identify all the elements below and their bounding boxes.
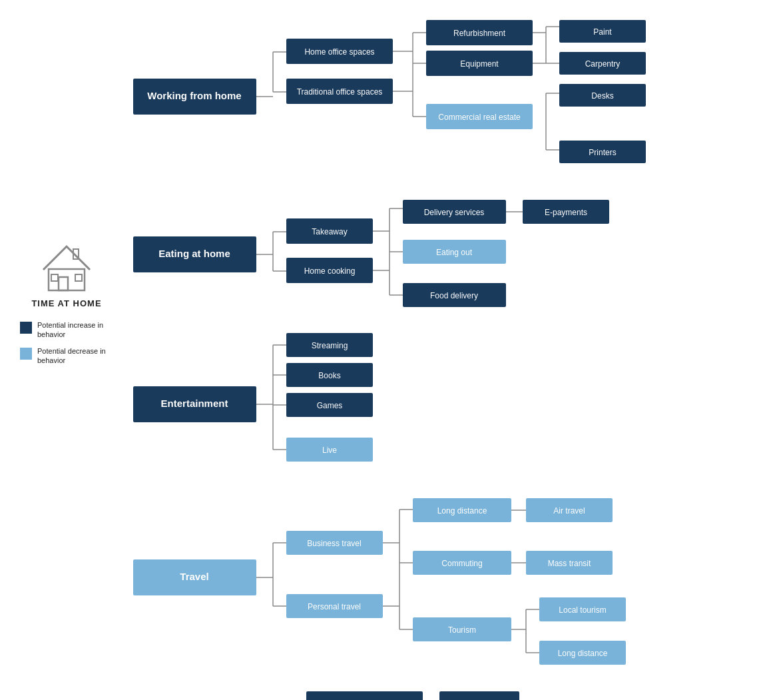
legend-decrease: Potential decrease in behavior [20,346,113,366]
svg-text:Food delivery: Food delivery [430,291,478,300]
svg-text:Carpentry: Carpentry [585,59,621,69]
section-eating: Eating at home Takeaway Home cooking [127,200,759,313]
left-panel: TIME AT HOME Potential increase in behav… [7,13,127,700]
tree-area: Working from home Home office spaces Tra… [127,13,766,700]
svg-text:Delivery services: Delivery services [424,208,485,217]
legend-increase: Potential increase in behavior [20,320,113,340]
svg-text:Air travel: Air travel [553,506,585,516]
svg-text:Eating out: Eating out [436,248,473,257]
svg-text:Refurbishment: Refurbishment [453,29,506,38]
eating-svg: Eating at home Takeaway Home cooking [127,200,759,313]
svg-text:Eating at home: Eating at home [158,248,230,259]
section-working: Working from home Home office spaces Tra… [127,20,759,180]
legend-decrease-label: Potential decrease in behavior [37,346,113,366]
legend-increase-label: Potential increase in behavior [37,320,113,340]
svg-rect-2 [51,274,58,281]
svg-text:Commercial real estate: Commercial real estate [438,113,521,122]
panel-title: TIME AT HOME [31,298,101,308]
svg-text:Traditional office spaces: Traditional office spaces [297,87,383,97]
digital-svg: Digital coordination Collaboration platf… [127,686,759,700]
section-travel: Travel Business travel Personal travel [127,493,759,666]
legend-dark-box [20,322,32,334]
svg-rect-0 [49,269,85,290]
svg-text:Streaming: Streaming [312,341,348,350]
svg-text:Commuting: Commuting [441,559,482,568]
svg-text:Personal travel: Personal travel [308,602,361,611]
svg-text:Home office spaces: Home office spaces [304,47,374,57]
travel-svg: Travel Business travel Personal travel [127,493,759,666]
svg-text:Desks: Desks [591,91,613,101]
svg-text:Working from home: Working from home [147,90,241,101]
entertainment-svg: Entertainment Streaming Books Games Live [127,333,759,473]
svg-text:Printers: Printers [589,148,616,157]
working-svg: Working from home Home office spaces Tra… [127,20,759,180]
svg-rect-3 [75,274,82,281]
svg-text:Long distance: Long distance [558,649,608,658]
svg-text:Equipment: Equipment [460,59,499,69]
svg-text:Games: Games [317,401,343,410]
svg-text:Travel: Travel [180,571,208,582]
svg-text:Entertainment: Entertainment [161,398,228,409]
section-entertainment: Entertainment Streaming Books Games Live [127,333,759,473]
svg-text:E-payments: E-payments [545,208,587,217]
svg-text:Home cooking: Home cooking [304,266,356,276]
legend-light-box [20,348,32,360]
svg-rect-1 [59,277,68,290]
svg-text:Local tourism: Local tourism [559,605,606,615]
house-icon [37,240,97,293]
svg-text:Books: Books [318,371,340,380]
svg-text:Paint: Paint [593,27,612,37]
svg-text:Business travel: Business travel [307,539,361,548]
svg-text:Mass transit: Mass transit [548,559,591,568]
svg-text:Tourism: Tourism [448,625,476,635]
svg-text:Takeaway: Takeaway [312,227,347,236]
svg-text:Live: Live [322,446,337,455]
section-digital: Digital coordination Collaboration platf… [127,686,759,700]
svg-text:Long distance: Long distance [437,506,487,516]
